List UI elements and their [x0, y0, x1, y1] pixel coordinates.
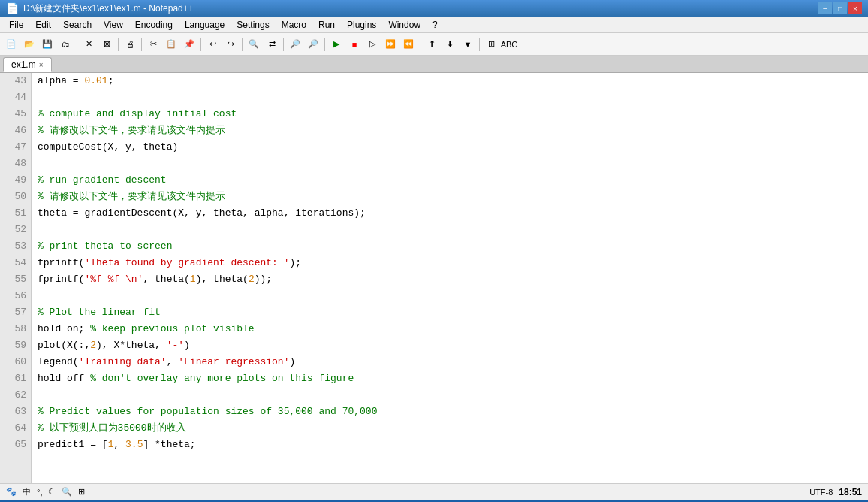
menu-item-file[interactable]: File: [3, 18, 29, 32]
tab-close-icon[interactable]: ×: [39, 61, 44, 69]
code-line: legend('Training data', 'Linear regressi…: [38, 354, 868, 370]
tab-ex1[interactable]: ex1.m ×: [3, 57, 52, 72]
code-line: hold off % don't overlay any more plots …: [38, 370, 868, 387]
line-number: 56: [0, 288, 31, 304]
tb-redo[interactable]: ↪: [222, 36, 239, 53]
maximize-button[interactable]: □: [833, 2, 847, 14]
tb-close[interactable]: ✕: [80, 36, 97, 53]
menu-item-macro[interactable]: Macro: [276, 18, 312, 32]
code-line: [38, 89, 868, 106]
line-number: 49: [0, 172, 31, 189]
status-paw: 🐾: [6, 487, 17, 497]
code-line: fprintf('Theta found by gradient descent…: [38, 255, 868, 271]
tb-copy[interactable]: 📋: [163, 36, 179, 53]
menu-item-edit[interactable]: Edit: [29, 18, 57, 32]
tb-macro2[interactable]: ⬇: [442, 36, 458, 53]
code-line: theta = gradientDescent(X, y, theta, alp…: [38, 205, 868, 222]
tb-save[interactable]: 💾: [39, 36, 56, 53]
code-line: % run gradient descent: [38, 172, 868, 189]
tb-saveall[interactable]: 🗂: [57, 36, 74, 53]
code-line: computeCost(X, y, theta): [38, 139, 868, 156]
status-bar: 🐾 中 °, ☾ 🔍 ⊞ UTF-8 18:51: [0, 483, 868, 500]
tb-run5[interactable]: ⏪: [400, 36, 417, 53]
line-numbers: 4344454647484950515253545556575859606162…: [0, 73, 32, 483]
code-line: predict1 = [1, 3.5] *theta;: [38, 437, 868, 453]
line-number: 63: [0, 404, 31, 420]
line-number: 46: [0, 122, 31, 139]
line-number: 50: [0, 189, 31, 205]
status-grid: ⊞: [78, 487, 85, 497]
line-number: 60: [0, 354, 31, 370]
code-line: % 请修改以下文件，要求请见该文件内提示: [38, 189, 868, 205]
line-number: 65: [0, 437, 31, 453]
code-line: % compute and display initial cost: [38, 106, 868, 122]
line-number: 47: [0, 139, 31, 156]
line-number: 43: [0, 73, 31, 89]
tb-new[interactable]: 📄: [3, 36, 20, 53]
code-line: % 请修改以下文件，要求请见该文件内提示: [38, 122, 868, 139]
menu-item-run[interactable]: Run: [312, 18, 341, 32]
line-number: 62: [0, 387, 31, 404]
menu-item-?[interactable]: ?: [426, 18, 444, 32]
line-number: 52: [0, 222, 31, 238]
minimize-button[interactable]: −: [818, 2, 832, 14]
code-line: [38, 288, 868, 304]
code-line: alpha = 0.01;: [38, 73, 868, 89]
menu-item-search[interactable]: Search: [57, 18, 98, 32]
code-line: [38, 156, 868, 172]
menu-item-view[interactable]: View: [98, 18, 129, 32]
line-number: 55: [0, 271, 31, 288]
code-line: % print theta to screen: [38, 238, 868, 255]
title-bar-icon: 📄: [6, 2, 19, 14]
status-search: 🔍: [62, 487, 72, 497]
tb-macro1[interactable]: ⬆: [423, 36, 440, 53]
status-moon: ☾: [48, 487, 56, 497]
tb-replace[interactable]: ⇄: [264, 36, 280, 53]
line-number: 44: [0, 89, 31, 106]
tb-open[interactable]: 📂: [21, 36, 38, 53]
close-button[interactable]: ×: [848, 2, 862, 14]
tb-undo[interactable]: ↩: [204, 36, 221, 53]
code-line: plot(X(:,2), X*theta, '-'): [38, 337, 868, 354]
line-number: 57: [0, 304, 31, 321]
code-line: [38, 387, 868, 404]
tb-paste[interactable]: 📌: [181, 36, 197, 53]
tab-bar: ex1.m ×: [0, 56, 868, 73]
code-line: fprintf('%f %f \n', theta(1), theta(2));: [38, 271, 868, 288]
tb-run[interactable]: ▶: [328, 36, 345, 53]
status-time: 18:51: [839, 487, 862, 497]
menu-item-plugins[interactable]: Plugins: [341, 18, 382, 32]
menu-item-window[interactable]: Window: [382, 18, 426, 32]
line-number: 54: [0, 255, 31, 271]
status-dot: °,: [37, 488, 42, 497]
menu-item-encoding[interactable]: Encoding: [129, 18, 179, 32]
tb-run3[interactable]: ▷: [364, 36, 381, 53]
tb-print[interactable]: 🖨: [122, 36, 138, 53]
tb-find[interactable]: 🔍: [246, 36, 262, 53]
line-number: 51: [0, 205, 31, 222]
line-number: 61: [0, 370, 31, 387]
line-number: 45: [0, 106, 31, 122]
tb-zoom-in[interactable]: 🔎: [287, 36, 303, 53]
tb-run2[interactable]: ■: [346, 36, 363, 53]
status-encoding: UTF-8: [809, 488, 833, 497]
code-area[interactable]: alpha = 0.01; % compute and display init…: [32, 73, 868, 483]
menu-item-settings[interactable]: Settings: [231, 18, 275, 32]
title-bar: 📄 D:\新建文件夹\ex1\ex1\ex1.m - Notepad++ − □…: [0, 0, 868, 17]
status-chinese: 中: [23, 486, 31, 497]
tb-macro3[interactable]: ▼: [460, 36, 476, 53]
line-number: 59: [0, 337, 31, 354]
tb-wrap[interactable]: ⊞: [483, 36, 499, 53]
tab-label: ex1.m: [11, 59, 36, 70]
line-number: 58: [0, 321, 31, 337]
menu-item-language[interactable]: Language: [179, 18, 231, 32]
tb-zoom-out[interactable]: 🔎: [305, 36, 321, 53]
tb-run4[interactable]: ⏩: [382, 36, 399, 53]
tb-closeall[interactable]: ⊠: [98, 36, 115, 53]
title-bar-text: D:\新建文件夹\ex1\ex1\ex1.m - Notepad++: [23, 2, 814, 15]
code-line: % 以下预测人口为35000时的收入: [38, 420, 868, 437]
toolbar: 📄 📂 💾 🗂 ✕ ⊠ 🖨 ✂ 📋 📌 ↩ ↪ 🔍 ⇄ 🔎 🔎 ▶ ■ ▷ ⏩ …: [0, 33, 868, 56]
tb-cut[interactable]: ✂: [145, 36, 161, 53]
menu-bar: FileEditSearchViewEncodingLanguageSettin…: [0, 17, 868, 33]
tb-spell[interactable]: ABC: [501, 36, 517, 53]
